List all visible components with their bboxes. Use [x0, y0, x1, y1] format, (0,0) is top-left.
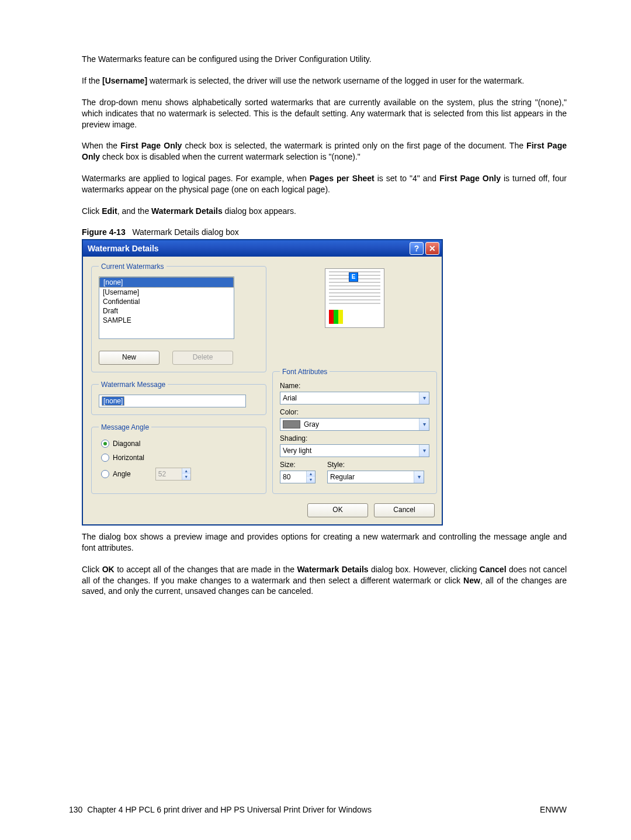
text: dialog box appears. [223, 206, 296, 216]
ok-button[interactable]: OK [307, 503, 368, 517]
figure-label: Figure 4-13 [82, 227, 126, 237]
text: If the [82, 76, 102, 85]
radio-angle[interactable]: Angle 52 ▲▼ [101, 468, 259, 481]
dialog-titlebar[interactable]: Watermark Details ? ✕ [83, 240, 442, 257]
spin-down-icon[interactable]: ▼ [182, 474, 190, 480]
chevron-down-icon: ▾ [414, 471, 424, 483]
paragraph: Watermarks are applied to logical pages.… [82, 173, 567, 195]
radio-icon [101, 454, 109, 462]
color-swatch [283, 420, 300, 428]
bold-text: Watermark Details [297, 565, 368, 574]
radio-horizontal[interactable]: Horizontal [101, 454, 259, 462]
close-button[interactable]: ✕ [425, 242, 439, 255]
cancel-button[interactable]: Cancel [374, 503, 435, 517]
group-legend: Message Angle [99, 423, 151, 431]
paragraph: Click Edit, and the Watermark Details di… [82, 206, 567, 217]
field-label: Name: [280, 382, 429, 390]
text: check box is disabled when the current w… [100, 152, 360, 161]
watermarks-listbox[interactable]: [none] [Username] Confidential Draft SAM… [99, 276, 234, 339]
dialog-title: Watermark Details [88, 244, 159, 253]
font-attributes-group: Font Attributes Name: Arial ▾ Color: Gra… [272, 368, 437, 494]
radio-icon [101, 440, 109, 448]
list-item[interactable]: SAMPLE [99, 316, 234, 325]
radio-icon [101, 470, 109, 478]
bold-text: First Page Only [120, 141, 182, 150]
paragraph: The dialog box shows a preview image and… [82, 531, 567, 554]
bold-text: [Username] [102, 76, 147, 85]
field-label: Size: [280, 461, 316, 469]
text: is set to "4" and [375, 174, 439, 183]
current-watermarks-group: Current Watermarks [none] [Username] Con… [91, 262, 266, 372]
paragraph: If the [Username] watermark is selected,… [82, 75, 567, 87]
text: to accept all of the changes that are ma… [115, 565, 297, 574]
list-item[interactable]: [Username] [99, 288, 234, 297]
field-label: Shading: [280, 434, 429, 443]
spinner-value: 80 [280, 471, 306, 483]
combo-value: Arial [283, 392, 297, 404]
text: Click [82, 206, 102, 216]
text: Watermarks are applied to logical pages.… [82, 174, 310, 183]
group-legend: Current Watermarks [99, 262, 167, 271]
spin-down-icon[interactable]: ▼ [307, 477, 315, 483]
bold-text: Watermark Details [151, 206, 223, 216]
bold-text: OK [102, 565, 115, 574]
font-color-combo[interactable]: Gray ▾ [280, 418, 429, 431]
spin-up-icon[interactable]: ▲ [307, 471, 315, 477]
font-name-combo[interactable]: Arial ▾ [280, 392, 429, 405]
delete-button[interactable]: Delete [172, 351, 233, 365]
message-angle-group: Message Angle Diagonal Horizontal Angle [91, 423, 266, 494]
list-item[interactable]: [none] [99, 277, 234, 288]
paragraph: The drop-down menu shows alphabetically … [82, 97, 567, 130]
group-legend: Watermark Message [99, 381, 168, 389]
text: , and the [117, 206, 151, 216]
angle-spinner[interactable]: 52 ▲▼ [155, 468, 191, 481]
text: When the [82, 141, 120, 150]
field-label: Style: [327, 461, 429, 469]
combo-value: Regular [330, 471, 355, 483]
chevron-down-icon: ▾ [419, 445, 429, 457]
font-shading-combo[interactable]: Very light ▾ [280, 444, 429, 457]
radio-label: Horizontal [113, 454, 144, 462]
watermark-details-dialog: Watermark Details ? ✕ Current Watermarks… [82, 239, 443, 526]
bold-text: First Page Only [439, 174, 501, 183]
watermark-message-group: Watermark Message [none] [91, 381, 266, 415]
list-item[interactable]: Confidential [99, 297, 234, 306]
bold-text: Pages per Sheet [310, 174, 375, 183]
bold-text: New [463, 576, 480, 585]
help-button[interactable]: ? [410, 242, 424, 255]
chevron-down-icon: ▾ [419, 392, 429, 404]
preview-marker: E [349, 272, 358, 282]
chapter-title: Chapter 4 HP PCL 6 print driver and HP P… [87, 805, 372, 814]
radio-label: Angle [113, 470, 131, 478]
bold-text: Cancel [480, 565, 507, 574]
font-style-combo[interactable]: Regular ▾ [327, 471, 424, 483]
text: watermark is selected, the driver will u… [147, 76, 524, 85]
text: dialog box. However, clicking [369, 565, 480, 574]
text: check box is selected, the watermark is … [182, 141, 526, 150]
list-item[interactable]: Draft [99, 306, 234, 316]
page-footer: 130 Chapter 4 HP PCL 6 print driver and … [69, 805, 567, 814]
combo-value: Very light [283, 445, 311, 457]
spin-up-icon[interactable]: ▲ [182, 468, 190, 474]
field-label: Color: [280, 408, 429, 416]
chevron-down-icon: ▾ [419, 419, 429, 430]
page-number: 130 [69, 805, 82, 814]
combo-value: Gray [304, 419, 319, 430]
radio-diagonal[interactable]: Diagonal [101, 440, 259, 448]
spinner-value: 52 [156, 468, 182, 480]
paragraph: The Watermarks feature can be configured… [82, 54, 567, 65]
radio-label: Diagonal [113, 440, 140, 448]
paragraph: When the First Page Only check box is se… [82, 140, 567, 163]
group-legend: Font Attributes [280, 368, 330, 376]
figure-caption-text: Watermark Details dialog box [132, 227, 238, 237]
preview-image: E [325, 268, 384, 328]
text: Click [82, 565, 102, 574]
font-size-spinner[interactable]: 80 ▲▼ [280, 471, 316, 483]
figure-caption: Figure 4-13 Watermark Details dialog box [82, 227, 567, 237]
bold-text: Edit [102, 206, 117, 216]
new-button[interactable]: New [99, 351, 160, 365]
input-value: [none] [102, 396, 124, 406]
message-input[interactable]: [none] [99, 395, 246, 407]
paragraph: Click OK to accept all of the changes th… [82, 564, 567, 597]
footer-right: ENWW [540, 805, 567, 814]
